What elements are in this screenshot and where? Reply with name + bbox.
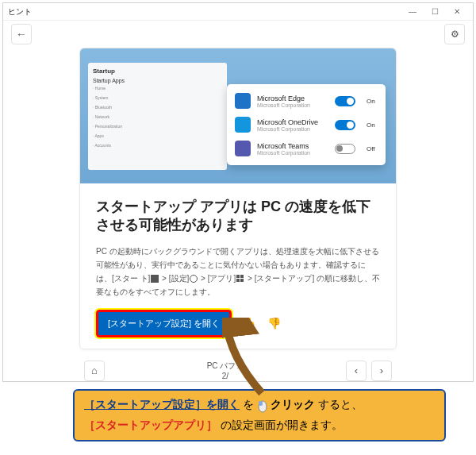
- callout-target-name: ［スタートアップアプリ］: [84, 419, 217, 431]
- hero-settings-window: Startup Startup Apps · Home· System· Blu…: [88, 63, 227, 170]
- windows-icon: [151, 275, 159, 283]
- app-toggle[interactable]: [335, 144, 355, 154]
- pager-page: 2/: [207, 372, 244, 380]
- home-icon: ⌂: [91, 364, 98, 376]
- prev-button[interactable]: ‹: [346, 361, 367, 381]
- apps-icon: [236, 275, 244, 283]
- app-publisher: Microsoft Corporation: [257, 102, 328, 108]
- open-startup-settings-button[interactable]: [スタートアップ設定] を開く: [96, 310, 232, 337]
- app-icon: [235, 141, 251, 156]
- maximize-button[interactable]: ☐: [424, 7, 446, 16]
- tip-title: スタートアップ アプリは PC の速度を低下させる可能性があります: [96, 198, 380, 235]
- callout-button-name: ［スタートアップ設定］を開く: [84, 399, 240, 411]
- app-publisher: Microsoft Corporation: [257, 150, 328, 156]
- app-icon: [235, 93, 251, 109]
- startup-app-row: Microsoft TeamsMicrosoft CorporationOff: [227, 137, 386, 160]
- app-toggle-label: On: [367, 121, 378, 129]
- content: Startup Startup Apps · Home· System· Blu…: [3, 48, 473, 381]
- thumbs-down-button[interactable]: 👎: [265, 314, 282, 332]
- app-name: Microsoft Edge: [257, 94, 328, 102]
- tip-body: スタートアップ アプリは PC の速度を低下させる可能性があります PC の起動…: [80, 183, 396, 349]
- arrow-left-icon: ←: [16, 28, 27, 40]
- app-icon: [235, 117, 251, 133]
- close-button[interactable]: ✕: [446, 7, 468, 16]
- app-toggle[interactable]: [335, 96, 355, 106]
- app-toggle-label: On: [367, 98, 378, 105]
- home-button[interactable]: ⌂: [84, 361, 105, 381]
- chevron-right-icon: ›: [380, 364, 383, 376]
- next-button[interactable]: ›: [371, 361, 392, 381]
- gear-icon: [190, 275, 198, 283]
- annotation-callout: ［スタートアップ設定］を開く を クリック すると、 ［スタートアップアプリ］ …: [73, 389, 446, 442]
- startup-app-row: Microsoft EdgeMicrosoft CorporationOn: [227, 89, 386, 113]
- window-title: ヒント: [8, 6, 401, 17]
- pager: ⌂ PC パフォ 2/ ‹ ›: [79, 361, 397, 381]
- hero-settings-sub: Startup Apps: [93, 78, 222, 83]
- mouse-icon: [257, 399, 268, 413]
- minimize-button[interactable]: —: [401, 7, 424, 16]
- app-name: Microsoft Teams: [257, 142, 328, 150]
- app-name: Microsoft OneDrive: [257, 118, 328, 126]
- app-toggle-label: Off: [367, 145, 378, 152]
- thumbs-up-icon: 👍: [242, 317, 255, 330]
- hero-startup-popup: Microsoft EdgeMicrosoft CorporationOnMic…: [227, 84, 386, 165]
- app-publisher: Microsoft Corporation: [257, 126, 328, 132]
- chevron-left-icon: ‹: [355, 364, 358, 376]
- toolbar: ← ⚙: [3, 21, 473, 48]
- hero-image: Startup Startup Apps · Home· System· Blu…: [80, 48, 396, 183]
- back-button[interactable]: ←: [11, 24, 32, 44]
- titlebar: ヒント — ☐ ✕: [3, 3, 473, 21]
- hero-settings-title: Startup: [93, 67, 222, 75]
- action-row: [スタートアップ設定] を開く 👍 👎: [96, 310, 380, 337]
- window: ヒント — ☐ ✕ ← ⚙ Startup Startup Apps · Hom…: [2, 2, 474, 382]
- thumbs-down-icon: 👎: [267, 317, 281, 330]
- tip-description: PC の起動時にバックグラウンドで開くアプリは、処理速度を大幅に低下させる可能性…: [96, 245, 380, 299]
- app-toggle[interactable]: [335, 120, 355, 130]
- gear-icon: ⚙: [451, 29, 459, 40]
- svg-rect-2: [259, 401, 263, 406]
- pager-info: PC パフォ 2/: [207, 361, 244, 380]
- startup-app-row: Microsoft OneDriveMicrosoft CorporationO…: [227, 113, 386, 137]
- pager-category: PC パフォ: [207, 361, 244, 372]
- tip-card: Startup Startup Apps · Home· System· Blu…: [79, 48, 397, 349]
- thumbs-up-button[interactable]: 👍: [240, 314, 257, 332]
- settings-button[interactable]: ⚙: [444, 24, 465, 44]
